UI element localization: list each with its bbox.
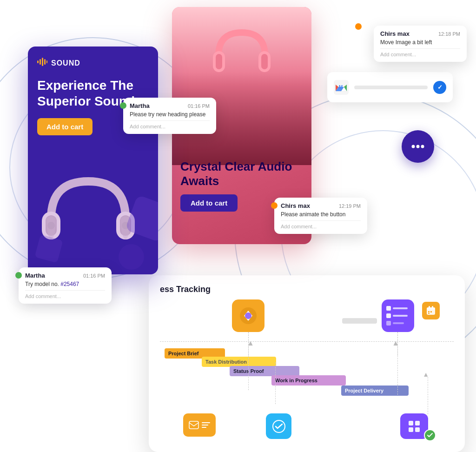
comment-time: 01:16 PM bbox=[83, 273, 105, 279]
svg-rect-29 bbox=[429, 306, 430, 309]
check-circle-icon bbox=[272, 419, 286, 433]
email-check-button[interactable]: ✓ bbox=[433, 81, 446, 94]
svg-rect-36 bbox=[409, 421, 413, 425]
list-item-2 bbox=[386, 313, 408, 318]
chirs-bottom-dot bbox=[271, 202, 278, 209]
comment-add-input[interactable]: Add comment... bbox=[380, 48, 460, 57]
gantt-dashed-v1 bbox=[248, 344, 249, 390]
comment-text: Move Image a bit left bbox=[380, 39, 460, 46]
svg-point-23 bbox=[416, 145, 420, 148]
green-check-badge bbox=[424, 429, 436, 441]
list-check-2 bbox=[386, 313, 391, 318]
comment-user: Chirs max bbox=[281, 202, 310, 209]
gantt-label-1: Project Brief bbox=[168, 351, 198, 356]
comment-add-input[interactable]: Add comment... bbox=[130, 120, 210, 129]
left-card-logo: SOUND bbox=[37, 58, 149, 68]
svg-rect-34 bbox=[189, 421, 198, 429]
list-line-3 bbox=[393, 322, 404, 324]
svg-rect-32 bbox=[430, 311, 432, 312]
svg-point-26 bbox=[245, 312, 251, 319]
center-card-headline: Crystal Clear Audio Awaits bbox=[180, 160, 303, 188]
svg-rect-38 bbox=[409, 427, 413, 432]
grid-icon bbox=[408, 420, 421, 433]
martha-bottom-dot bbox=[15, 272, 22, 279]
list-item-3 bbox=[386, 321, 404, 326]
comment-chirs-bottom: Chirs max 12:19 PM Please animate the bu… bbox=[274, 198, 367, 234]
timeline-container: ▲ ▲ ▲ ▲ Project Brief Task Distribution … bbox=[160, 302, 454, 441]
left-card-logo-text: SOUND bbox=[51, 59, 80, 67]
email-widget: M ✓ bbox=[327, 72, 453, 102]
comment-user: Martha bbox=[25, 272, 45, 279]
comment-time: 01:16 PM bbox=[188, 103, 210, 109]
diamond-icon bbox=[239, 307, 257, 325]
svg-rect-0 bbox=[37, 60, 39, 63]
gray-bar bbox=[342, 318, 377, 324]
chat-dots-icon bbox=[410, 140, 426, 153]
calendar-icon-box bbox=[422, 302, 440, 319]
left-product-card: SOUND Experience The Superior Sound Add … bbox=[28, 47, 158, 274]
icon-box-purple-list bbox=[382, 299, 414, 332]
svg-rect-2 bbox=[42, 58, 43, 66]
svg-text:M: M bbox=[339, 85, 343, 90]
gantt-row-project-delivery: Project Delivery bbox=[341, 386, 409, 396]
comment-text: Try model no. #25467 bbox=[25, 281, 105, 287]
martha-left-dot bbox=[120, 102, 126, 109]
list-check-1 bbox=[386, 306, 391, 311]
left-add-to-cart-button[interactable]: Add to cart bbox=[37, 118, 93, 135]
gantt-row-status-proof: Status Proof bbox=[230, 366, 299, 376]
timeline-h-line bbox=[160, 341, 454, 342]
list-line-1 bbox=[393, 307, 408, 309]
gantt-dashed-v2 bbox=[397, 344, 398, 395]
check-icon: ✓ bbox=[437, 84, 443, 91]
comment-text: Please try new heading please bbox=[130, 111, 210, 118]
chirs-top-dot bbox=[355, 23, 362, 30]
envelope-icon bbox=[189, 421, 199, 429]
list-item-1 bbox=[386, 306, 408, 311]
gantt-row-work-in-progress: Work in Progress bbox=[271, 375, 346, 386]
gantt-row-task-distribution: Task Distribution bbox=[202, 357, 276, 367]
svg-rect-3 bbox=[44, 59, 46, 65]
svg-rect-28 bbox=[427, 307, 435, 310]
svg-rect-18 bbox=[216, 54, 222, 69]
gantt-label-2: Task Distribution bbox=[205, 359, 247, 365]
comment-user: Martha bbox=[130, 102, 150, 109]
svg-rect-39 bbox=[415, 427, 420, 432]
svg-point-24 bbox=[421, 145, 424, 148]
chat-bubble-icon[interactable] bbox=[402, 130, 434, 163]
comment-time: 12:19 PM bbox=[339, 203, 361, 209]
progress-title: ess Tracking bbox=[160, 285, 211, 294]
green-check-icon bbox=[427, 432, 433, 439]
gantt-dashed-v3 bbox=[275, 362, 276, 404]
svg-rect-33 bbox=[428, 313, 430, 314]
lines-icon bbox=[202, 422, 210, 428]
svg-point-22 bbox=[412, 145, 415, 148]
comment-user: Chirs max bbox=[380, 30, 410, 37]
comment-chirs-top: Chirs max 12:18 PM Move Image a bit left… bbox=[374, 26, 467, 62]
center-add-to-cart-button[interactable]: Add to cart bbox=[180, 194, 238, 212]
svg-rect-19 bbox=[261, 54, 268, 69]
sound-wave-icon bbox=[37, 58, 47, 68]
comment-add-input[interactable]: Add comment... bbox=[281, 220, 361, 229]
list-line-2 bbox=[393, 315, 408, 317]
bottom-icon-orange bbox=[183, 413, 216, 437]
bottom-icon-blue bbox=[266, 413, 291, 439]
center-card-person-area bbox=[172, 7, 311, 165]
list-check-3 bbox=[386, 321, 391, 326]
svg-rect-31 bbox=[428, 311, 430, 312]
left-card-shape2 bbox=[119, 244, 144, 270]
svg-rect-37 bbox=[415, 421, 420, 425]
gmail-icon: M bbox=[334, 80, 349, 95]
gantt-dashed-v4 bbox=[428, 377, 428, 414]
comment-martha-left: Martha 01:16 PM Please try new heading p… bbox=[123, 98, 216, 134]
gantt-label-5: Project Delivery bbox=[345, 388, 383, 393]
calendar-icon bbox=[426, 306, 436, 316]
svg-rect-30 bbox=[432, 306, 433, 309]
icon-box-orange bbox=[232, 299, 264, 332]
model-link[interactable]: #25467 bbox=[60, 281, 79, 287]
comment-add-input[interactable]: Add comment... bbox=[25, 290, 105, 299]
comment-martha-bottom: Martha 01:16 PM Try model no. #25467 Add… bbox=[19, 267, 112, 304]
email-search-bar bbox=[354, 86, 428, 89]
svg-rect-4 bbox=[46, 60, 47, 63]
gantt-label-4: Work in Progress bbox=[275, 378, 317, 383]
svg-rect-1 bbox=[40, 59, 41, 65]
